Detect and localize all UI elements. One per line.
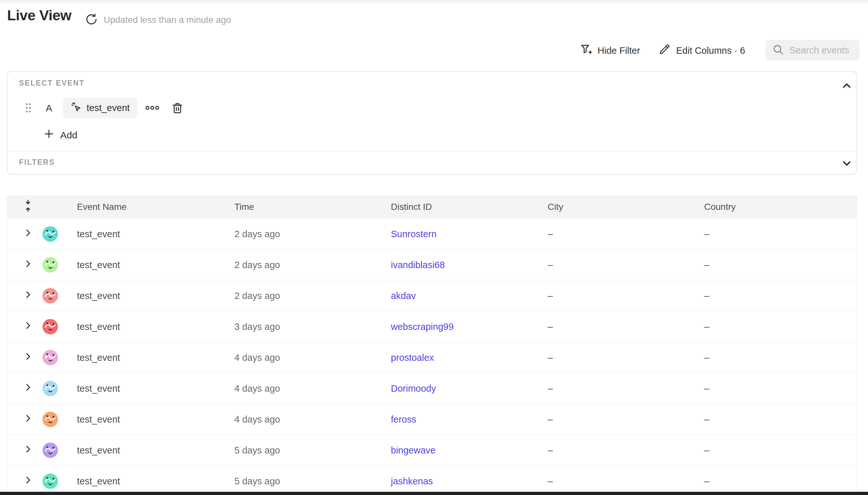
cell-country: – (704, 414, 709, 425)
cell-distinct-id-link[interactable]: Dorimoody (391, 383, 436, 394)
avatar (42, 319, 58, 335)
drag-handle-icon[interactable] (24, 101, 33, 114)
cell-event-name: test_event (77, 414, 120, 425)
cell-distinct-id-link[interactable]: bingewave (391, 445, 436, 456)
cell-time: 3 days ago (234, 321, 280, 332)
cell-country: – (704, 445, 709, 456)
plus-icon (44, 129, 54, 142)
cell-distinct-id-link[interactable]: feross (391, 414, 416, 425)
cell-event-name: test_event (77, 259, 120, 270)
cell-time: 4 days ago (234, 414, 280, 425)
cell-city: – (548, 445, 553, 456)
cell-distinct-id-link[interactable]: ivandiblasi68 (391, 259, 445, 270)
cell-time: 2 days ago (234, 290, 280, 301)
cell-country: – (704, 352, 709, 363)
chevron-right-icon[interactable] (23, 444, 33, 456)
column-header-event-name[interactable]: Event Name (77, 202, 126, 212)
event-step-letter: A (46, 103, 52, 114)
column-header-city[interactable]: City (548, 202, 563, 212)
cell-country: – (704, 383, 709, 394)
cell-country: – (704, 321, 709, 332)
cell-city: – (548, 259, 553, 270)
cell-distinct-id-link[interactable]: akdav (391, 290, 416, 301)
updated-status: Updated less than a minute ago (104, 15, 231, 25)
search-input[interactable] (789, 45, 854, 56)
refresh-icon[interactable] (85, 13, 98, 26)
cell-event-name: test_event (77, 228, 120, 239)
cell-time: 2 days ago (234, 259, 280, 270)
search-icon (772, 44, 784, 57)
search-events-box[interactable] (766, 40, 860, 61)
cell-distinct-id-link[interactable]: Sunrostern (391, 228, 437, 239)
avatar (42, 226, 58, 242)
table-row: test_event 5 days ago jashkenas – – (7, 466, 857, 495)
cell-city: – (548, 476, 553, 486)
add-label: Add (60, 130, 77, 141)
cell-country: – (704, 228, 709, 239)
cell-event-name: test_event (77, 383, 120, 394)
table-row: test_event 2 days ago akdav – – (7, 280, 857, 311)
chevron-right-icon[interactable] (23, 259, 33, 271)
events-table: Event Name Time Distinct ID City Country… (7, 195, 857, 495)
cell-event-name: test_event (77, 290, 120, 301)
top-fade-strip (0, 0, 868, 5)
collapse-rows-icon[interactable] (22, 200, 33, 215)
table-row: test_event 5 days ago bingewave – – (7, 435, 857, 466)
cell-city: – (548, 321, 553, 332)
filters-label: FILTERS (19, 158, 55, 167)
edit-columns-label: Edit Columns · 6 (676, 45, 745, 56)
page-title: Live View (7, 7, 71, 24)
chevron-down-icon[interactable] (841, 157, 853, 171)
cell-distinct-id-link[interactable]: webscraping99 (391, 321, 454, 332)
chevron-right-icon[interactable] (23, 352, 33, 363)
column-header-distinct-id[interactable]: Distinct ID (391, 202, 432, 212)
avatar (42, 288, 58, 304)
chevron-right-icon[interactable] (23, 228, 33, 240)
chevron-right-icon[interactable] (23, 475, 33, 487)
cell-event-name: test_event (77, 445, 120, 456)
trash-icon[interactable] (171, 101, 184, 116)
section-divider (7, 151, 856, 152)
event-select-chip[interactable]: test_event (63, 98, 137, 118)
chevron-right-icon[interactable] (23, 321, 33, 332)
table-row: test_event 2 days ago Sunrostern – – (7, 219, 857, 250)
chevron-right-icon[interactable] (23, 290, 33, 302)
edit-columns-button[interactable]: Edit Columns · 6 (659, 42, 745, 59)
cell-event-name: test_event (77, 476, 120, 486)
window-bottom-edge (0, 492, 868, 495)
cell-distinct-id-link[interactable]: prostoalex (391, 352, 434, 363)
cell-distinct-id-link[interactable]: jashkenas (391, 476, 433, 486)
table-row: test_event 4 days ago Dorimoody – – (7, 373, 857, 404)
cell-city: – (548, 352, 553, 363)
avatar (42, 412, 58, 427)
cell-country: – (704, 476, 709, 486)
chevron-up-icon[interactable] (841, 80, 853, 93)
pencil-icon (659, 44, 671, 58)
avatar (42, 350, 58, 365)
cursor-click-icon (70, 101, 82, 114)
add-event-button[interactable]: Add (44, 129, 77, 142)
cell-event-name: test_event (77, 321, 120, 332)
cell-city: – (548, 383, 553, 394)
cell-time: 5 days ago (234, 445, 280, 456)
column-header-country[interactable]: Country (704, 202, 736, 212)
cell-city: – (548, 290, 553, 301)
cell-time: 5 days ago (234, 476, 280, 486)
cell-city: – (548, 228, 553, 239)
avatar (42, 257, 58, 273)
table-header-row: Event Name Time Distinct ID City Country (7, 195, 857, 219)
cell-event-name: test_event (77, 352, 120, 363)
more-options-icon[interactable] (145, 104, 159, 113)
table-row: test_event 3 days ago webscraping99 – – (7, 311, 857, 342)
filter-plus-icon (580, 43, 592, 58)
column-header-time[interactable]: Time (234, 202, 254, 212)
event-chip-label: test_event (87, 103, 130, 113)
chevron-right-icon[interactable] (23, 413, 33, 425)
table-row: test_event 4 days ago feross – – (7, 404, 857, 435)
table-row: test_event 4 days ago prostoalex – – (7, 342, 857, 373)
chevron-right-icon[interactable] (23, 382, 33, 394)
avatar (42, 381, 58, 396)
cell-country: – (704, 290, 709, 301)
hide-filter-button[interactable]: Hide Filter (580, 42, 640, 59)
avatar (42, 474, 58, 489)
